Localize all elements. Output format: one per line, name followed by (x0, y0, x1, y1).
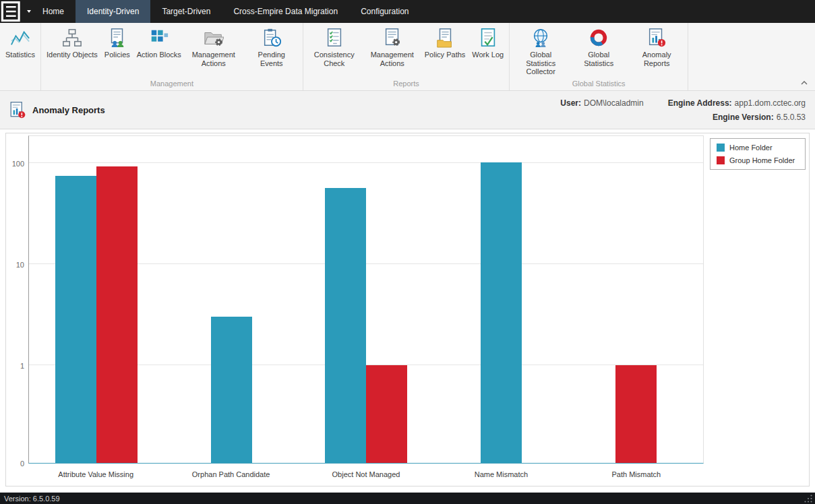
ribbon-button-policy-paths[interactable]: Policy Paths (421, 26, 469, 61)
ribbon-group-label (0, 78, 40, 90)
chart-bars-layer (29, 136, 703, 463)
ribbon-button-management-actions[interactable]: Management Actions (185, 26, 243, 69)
ribbon-button-global-statistics-collector[interactable]: Global Statistics Collector (512, 26, 570, 77)
globe-users-icon (531, 28, 551, 48)
chevron-up-icon (801, 81, 808, 85)
ribbon-button-label: Global Statistics (573, 51, 624, 67)
folder-gear-icon (204, 28, 224, 48)
resize-grip-icon[interactable] (804, 495, 812, 503)
ribbon-button-action-blocks[interactable]: Action Blocks (133, 26, 185, 61)
bar (211, 317, 252, 463)
ribbon-group-reports: Consistency Check Management Actions Pol… (303, 23, 510, 90)
y-axis-tick-label: 1 (20, 362, 24, 370)
chart-legend: Home FolderGroup Home Folder (710, 138, 806, 170)
legend-label: Group Home Folder (729, 156, 795, 164)
version-text: Version: 6.5.0.59 (4, 495, 60, 503)
menu-item-identity-driven[interactable]: Identity-Driven (76, 0, 150, 23)
ribbon-button-consistency-check[interactable]: Consistency Check (305, 26, 363, 69)
bar (55, 176, 96, 463)
menu-item-home[interactable]: Home (31, 0, 76, 23)
ribbon-group-label: Reports (303, 78, 509, 90)
donut-chart-icon (588, 28, 609, 48)
ribbon-button-label: Policies (104, 51, 130, 59)
menu-item-target-driven[interactable]: Target-Driven (150, 0, 222, 23)
ribbon-group-statistics: Statistics (0, 23, 41, 90)
category-cell (299, 136, 433, 463)
bar (325, 188, 366, 463)
user-label: User: (560, 98, 581, 108)
engine-address-info: Engine Address:app1.dom.cctec.org (668, 98, 806, 108)
y-axis-tick-label: 10 (16, 261, 24, 269)
anomaly-report-icon (8, 101, 26, 119)
bar (481, 162, 522, 463)
engine-version-value: 6.5.0.53 (777, 113, 806, 122)
ribbon-group-label: Global Statistics (510, 78, 688, 90)
list-icon (0, 0, 24, 24)
legend-label: Home Folder (729, 144, 773, 152)
ribbon-button-label: Work Log (472, 51, 504, 59)
document-check-icon (478, 28, 498, 48)
user-info: User:DOM\localadmin (560, 98, 643, 108)
ribbon: Statistics Identity Objects Policies Act… (0, 23, 815, 91)
ribbon-group-management: Identity Objects Policies Action Blocks … (41, 23, 303, 90)
legend-item: Home Folder (717, 144, 799, 152)
bar (366, 365, 407, 463)
ribbon-button-label: Global Statistics Collector (515, 51, 566, 76)
ribbon-button-label: Statistics (5, 51, 35, 59)
engine-version-label: Engine Version: (713, 113, 774, 122)
ribbon-button-label: Policy Paths (425, 51, 466, 59)
user-value: DOM\localadmin (584, 98, 644, 108)
category-label: Orphan Path Candidate (163, 465, 298, 478)
ribbon-button-label: Consistency Check (309, 51, 360, 67)
category-cell (433, 136, 568, 463)
anomaly-chart: 0110100 Attribute Value MissingOrphan Pa… (5, 133, 810, 486)
ribbon-button-pending-events[interactable]: Pending Events (243, 26, 301, 69)
y-axis-tick-label: 0 (20, 460, 24, 468)
ribbon-button-work-log[interactable]: Work Log (469, 26, 507, 61)
bar (96, 166, 138, 463)
menu-item-configuration[interactable]: Configuration (349, 0, 420, 23)
ribbon-button-statistics[interactable]: Statistics (2, 26, 38, 61)
anomaly-report-icon (646, 28, 667, 48)
ribbon-button-identity-objects[interactable]: Identity Objects (43, 26, 101, 61)
engine-address-label: Engine Address: (668, 98, 732, 108)
ribbon-button-policies[interactable]: Policies (101, 26, 133, 61)
legend-item: Group Home Folder (717, 156, 799, 164)
document-folder-icon (435, 28, 455, 48)
ribbon-group-label: Management (41, 78, 303, 90)
engine-address-value: app1.dom.cctec.org (735, 98, 806, 108)
identity-objects-icon (62, 28, 82, 48)
ribbon-collapse-button[interactable] (799, 79, 810, 87)
ribbon-button-label: Action Blocks (137, 51, 181, 59)
engine-version-info: Engine Version:6.5.0.53 (713, 113, 806, 122)
menu-item-cross-empire-data-migration[interactable]: Cross-Empire Data Migration (222, 0, 349, 23)
legend-swatch (717, 144, 725, 152)
category-cell (164, 136, 299, 463)
legend-swatch (717, 156, 725, 164)
chart-category-axis: Attribute Value MissingOrphan Path Candi… (28, 465, 704, 478)
checklist-document-icon (324, 28, 344, 48)
ribbon-button-management-actions-report[interactable]: Management Actions (363, 26, 421, 69)
content-area: 0110100 Attribute Value MissingOrphan Pa… (0, 129, 815, 493)
clipboard-clock-icon (262, 28, 282, 48)
action-blocks-icon (149, 28, 169, 48)
y-axis-tick-label: 100 (12, 160, 24, 168)
ribbon-button-label: Identity Objects (47, 51, 98, 59)
ribbon-group-global-statistics: Global Statistics Collector Global Stati… (510, 23, 688, 90)
bar (615, 365, 657, 463)
category-label: Path Mismatch (569, 465, 704, 478)
app-menu-button[interactable] (0, 0, 31, 23)
page-title: Anomaly Reports (32, 105, 105, 115)
page-header: Anomaly Reports User:DOM\localadmin Engi… (0, 91, 815, 129)
statusbar: Version: 6.5.0.59 (0, 493, 815, 504)
policies-icon (107, 28, 127, 48)
category-label: Object Not Managed (299, 465, 433, 478)
ribbon-button-label: Management Actions (367, 51, 418, 67)
ribbon-button-label: Anomaly Reports (631, 51, 682, 67)
ribbon-button-label: Management Actions (188, 51, 239, 67)
ribbon-button-anomaly-reports[interactable]: Anomaly Reports (628, 26, 686, 69)
chart-plot-area: 0110100 (28, 135, 704, 464)
category-label: Name Mismatch (433, 465, 568, 478)
document-gear-icon (382, 28, 402, 48)
ribbon-button-global-statistics[interactable]: Global Statistics (570, 26, 628, 69)
